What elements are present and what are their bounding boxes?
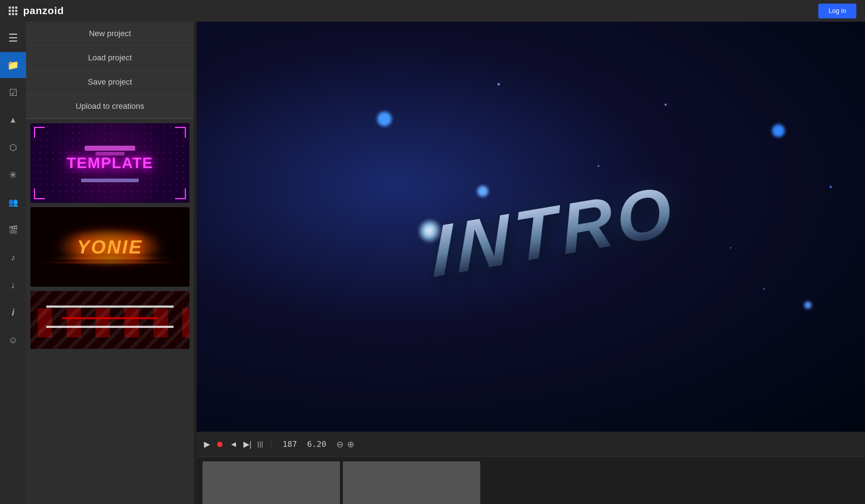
login-button[interactable]: Log in bbox=[818, 4, 856, 18]
sidebar-item-download[interactable]: ↓ bbox=[0, 272, 26, 298]
timeline-tracks bbox=[197, 457, 865, 504]
preview-bg: INTRO bbox=[197, 22, 865, 432]
sidebar-item-menu[interactable]: ☰ bbox=[0, 25, 26, 51]
sidebar-item-effects[interactable]: ✳ bbox=[0, 162, 26, 188]
time-display: 6.20 bbox=[307, 440, 326, 449]
track-2 bbox=[343, 461, 480, 504]
frame-count: 187 bbox=[283, 440, 297, 449]
load-project-item[interactable]: Load project bbox=[26, 46, 194, 70]
template-2-text: YONIE bbox=[77, 236, 143, 258]
sidebar-item-video[interactable]: 🎬 bbox=[0, 217, 26, 243]
waveform-button[interactable]: ||| bbox=[257, 440, 264, 448]
topnav: panzoid Log in bbox=[0, 0, 865, 22]
panel-divider bbox=[194, 22, 197, 504]
track-gap bbox=[482, 457, 865, 504]
sidebar-item-tasks[interactable]: ☑ bbox=[0, 80, 26, 106]
preview-area: INTRO ▶ ⏺ ◄ ▶| ||| 187 6.20 bbox=[197, 22, 865, 504]
topnav-left: panzoid bbox=[9, 5, 64, 17]
brand-name: panzoid bbox=[23, 5, 64, 17]
template-item-3[interactable] bbox=[30, 291, 189, 349]
zoom-in-button[interactable]: ⊕ bbox=[347, 439, 354, 449]
step-forward-button[interactable]: ▶| bbox=[243, 440, 252, 449]
orb-1 bbox=[377, 112, 392, 126]
sidebar-icons: ☰ 📁 ☑ ▲ ⬡ ✳ 👥 🎬 ♪ ↓ i ☺ bbox=[0, 22, 26, 504]
sidebar-item-info[interactable]: i bbox=[0, 299, 26, 325]
upload-to-creations-item[interactable]: Upload to creations bbox=[26, 94, 194, 119]
main-layout: ☰ 📁 ☑ ▲ ⬡ ✳ 👥 🎬 ♪ ↓ i ☺ New project Load… bbox=[0, 22, 865, 504]
apps-icon[interactable] bbox=[9, 7, 17, 15]
play-button[interactable]: ▶ bbox=[204, 440, 210, 449]
save-project-item[interactable]: Save project bbox=[26, 70, 194, 94]
mute-button[interactable]: ◄ bbox=[230, 440, 238, 449]
sidebar-item-objects[interactable]: ⬡ bbox=[0, 134, 26, 161]
zoom-out-button[interactable]: ⊖ bbox=[336, 439, 344, 449]
track-1 bbox=[203, 461, 340, 504]
timeline-controls: ▶ ⏺ ◄ ▶| ||| 187 6.20 ⊖ ⊕ bbox=[197, 432, 865, 457]
sidebar-item-audio[interactable]: ♪ bbox=[0, 244, 26, 270]
timeline-area: ▶ ⏺ ◄ ▶| ||| 187 6.20 ⊖ ⊕ bbox=[197, 432, 865, 504]
new-project-item[interactable]: New project bbox=[26, 22, 194, 46]
sidebar-item-scene[interactable]: ▲ bbox=[0, 107, 26, 133]
orb-4 bbox=[804, 302, 811, 309]
sidebar-item-community[interactable]: 👥 bbox=[0, 189, 26, 215]
preview-video: INTRO bbox=[197, 22, 865, 432]
templates-list: TEMPLATE YONIE bbox=[26, 119, 194, 353]
template-1-text: TEMPLATE bbox=[67, 154, 153, 172]
sidebar-item-folder[interactable]: 📁 bbox=[0, 52, 26, 78]
template-item-1[interactable]: TEMPLATE bbox=[30, 123, 189, 203]
template-item-2[interactable]: YONIE bbox=[30, 207, 189, 287]
controls-divider bbox=[271, 439, 271, 450]
zoom-controls: ⊖ ⊕ bbox=[336, 439, 354, 449]
dropdown-panel: New project Load project Save project Up… bbox=[26, 22, 194, 504]
intro-text: INTRO bbox=[432, 176, 682, 289]
orb-3 bbox=[772, 124, 785, 137]
record-button[interactable]: ⏺ bbox=[216, 440, 224, 449]
orb-2 bbox=[477, 186, 488, 197]
sidebar-item-emoji[interactable]: ☺ bbox=[0, 327, 26, 353]
dropdown-menu: New project Load project Save project Up… bbox=[26, 22, 194, 119]
